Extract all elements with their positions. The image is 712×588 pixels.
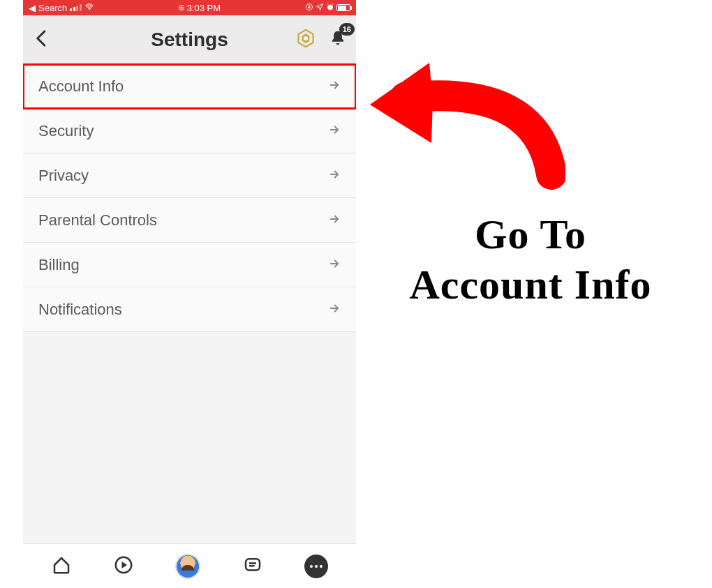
row-label: Security xyxy=(38,122,94,140)
row-billing[interactable]: Billing xyxy=(23,243,356,287)
svg-point-3 xyxy=(328,5,333,10)
annotation-text: Go To Account Info xyxy=(363,209,698,310)
svg-rect-8 xyxy=(246,559,260,570)
notifications-button[interactable]: 16 xyxy=(328,29,348,51)
chevron-right-icon xyxy=(328,257,341,273)
annotation-line1: Go To xyxy=(363,209,698,259)
signal-icon xyxy=(70,4,82,11)
status-right xyxy=(305,3,350,13)
wifi-icon xyxy=(84,3,94,13)
page-title: Settings xyxy=(151,29,228,51)
status-back-app[interactable]: Search xyxy=(38,3,67,13)
chevron-right-icon xyxy=(328,302,341,317)
bottom-nav xyxy=(23,543,356,588)
row-parental-controls[interactable]: Parental Controls xyxy=(23,198,356,243)
svg-rect-2 xyxy=(309,6,311,8)
row-privacy[interactable]: Privacy xyxy=(23,153,356,198)
chevron-right-icon xyxy=(328,213,341,228)
settings-header: Settings 16 xyxy=(23,15,356,64)
alarm-icon xyxy=(326,3,334,13)
discover-icon[interactable] xyxy=(113,555,134,578)
more-icon[interactable] xyxy=(304,555,328,578)
location-icon xyxy=(316,3,324,13)
row-label: Parental Controls xyxy=(38,211,157,229)
row-label: Billing xyxy=(38,256,80,274)
row-notifications[interactable]: Notifications xyxy=(23,287,356,332)
status-left: ◀ Search xyxy=(29,3,94,13)
status-time: 3:03 PM xyxy=(187,3,221,13)
status-center: 3:03 PM xyxy=(179,3,221,13)
back-triangle-icon: ◀ xyxy=(29,3,36,13)
row-label: Account Info xyxy=(38,77,124,96)
chevron-right-icon xyxy=(328,79,341,94)
phone-frame: ◀ Search 3:03 PM xyxy=(23,0,356,588)
robux-icon[interactable] xyxy=(296,29,316,51)
chevron-right-icon xyxy=(328,168,341,183)
home-icon[interactable] xyxy=(51,555,72,578)
annotation-arrow-icon xyxy=(349,49,565,209)
svg-point-6 xyxy=(304,36,308,40)
recording-icon xyxy=(179,5,184,10)
svg-point-0 xyxy=(89,8,90,10)
header-actions: 16 xyxy=(296,29,348,51)
notification-badge: 16 xyxy=(339,23,355,36)
chevron-right-icon xyxy=(328,123,341,139)
avatar-icon[interactable] xyxy=(175,554,200,579)
canvas: ◀ Search 3:03 PM xyxy=(0,0,712,588)
settings-list: Account Info Security Privacy Parental C… xyxy=(23,64,356,332)
row-label: Notifications xyxy=(38,301,122,319)
battery-icon xyxy=(336,4,350,11)
lock-icon xyxy=(305,3,313,13)
annotation-line2: Account Info xyxy=(363,259,698,310)
chat-icon[interactable] xyxy=(242,555,263,578)
row-security[interactable]: Security xyxy=(23,109,356,153)
row-label: Privacy xyxy=(38,167,89,185)
row-account-info[interactable]: Account Info xyxy=(23,64,356,109)
status-bar: ◀ Search 3:03 PM xyxy=(23,0,356,15)
back-button[interactable] xyxy=(31,28,52,52)
